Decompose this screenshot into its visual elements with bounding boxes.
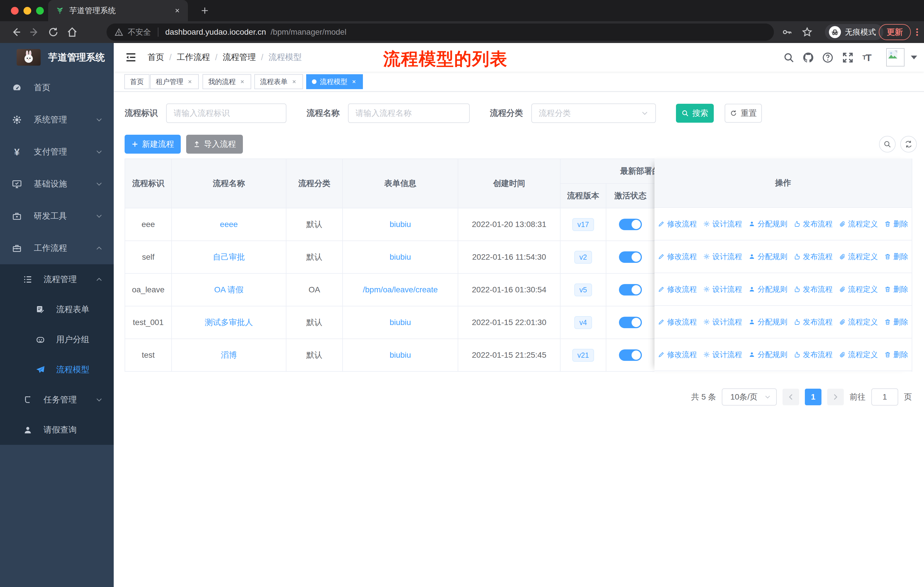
sidebar-item-infrastructure[interactable]: 基础设施 <box>0 168 114 200</box>
active-status-toggle[interactable] <box>619 349 642 361</box>
version-tag[interactable]: v4 <box>574 316 592 329</box>
category-select[interactable]: 流程分类 <box>531 104 656 123</box>
design-process-link[interactable]: 设计流程 <box>703 350 742 360</box>
process-definition-link[interactable]: 流程定义 <box>839 251 878 262</box>
form-info-link[interactable]: biubiu <box>389 253 411 262</box>
active-status-toggle[interactable] <box>619 251 642 263</box>
version-tag[interactable]: v21 <box>572 349 594 362</box>
window-minimize-button[interactable] <box>23 7 31 15</box>
version-tag[interactable]: v2 <box>574 251 592 264</box>
sidebar-item-process-form[interactable]: 流程表单 <box>0 294 114 324</box>
window-close-button[interactable] <box>11 7 19 15</box>
font-size-icon[interactable]: TT <box>860 51 873 64</box>
delete-link[interactable]: 删除 <box>884 350 908 360</box>
tag-close-icon[interactable] <box>351 79 357 85</box>
version-tag[interactable]: v5 <box>574 283 592 296</box>
sidebar-collapse-icon[interactable] <box>125 51 137 64</box>
design-process-link[interactable]: 设计流程 <box>703 219 742 229</box>
page-size-select[interactable]: 10条/页 <box>722 389 777 405</box>
form-info-link[interactable]: biubiu <box>389 351 411 360</box>
publish-process-link[interactable]: 发布流程 <box>794 350 833 360</box>
delete-link[interactable]: 删除 <box>884 219 908 229</box>
tag-close-icon[interactable] <box>187 79 193 85</box>
reset-button[interactable]: 重置 <box>724 104 762 123</box>
home-icon[interactable] <box>66 26 78 38</box>
tag-process-form[interactable]: 流程表单 <box>254 74 303 89</box>
sidebar-item-home[interactable]: 首页 <box>0 72 114 104</box>
tag-close-icon[interactable] <box>239 79 246 85</box>
show-search-toggle-button[interactable] <box>879 136 896 152</box>
window-zoom-button[interactable] <box>36 7 44 15</box>
tag-process-model[interactable]: 流程模型 <box>306 74 363 89</box>
active-status-toggle[interactable] <box>619 284 642 296</box>
process-name-link[interactable]: 测试多审批人 <box>205 317 253 328</box>
next-page-button[interactable] <box>827 389 844 405</box>
publish-process-link[interactable]: 发布流程 <box>794 284 833 294</box>
browser-menu-icon[interactable] <box>911 26 923 38</box>
process-definition-link[interactable]: 流程定义 <box>839 350 878 360</box>
breadcrumb-item[interactable]: 首页 <box>147 51 164 63</box>
create-process-button[interactable]: 新建流程 <box>125 135 181 154</box>
tag-home[interactable]: 首页 <box>124 74 150 89</box>
prev-page-button[interactable] <box>782 389 799 405</box>
process-definition-link[interactable]: 流程定义 <box>839 317 878 327</box>
avatar-caret-icon[interactable] <box>911 56 917 60</box>
sidebar-item-workflow[interactable]: 工作流程 <box>0 232 114 264</box>
back-icon[interactable] <box>10 26 22 38</box>
breadcrumb-item[interactable]: 工作流程 <box>177 51 210 63</box>
assign-rule-link[interactable]: 分配规则 <box>748 251 787 262</box>
sidebar-item-devtools[interactable]: 研发工具 <box>0 200 114 232</box>
design-process-link[interactable]: 设计流程 <box>703 251 742 262</box>
form-info-link[interactable]: biubiu <box>389 318 411 327</box>
update-button[interactable]: 更新 <box>879 24 911 40</box>
sidebar-item-payment[interactable]: ¥ 支付管理 <box>0 136 114 168</box>
search-icon[interactable] <box>782 51 795 64</box>
version-tag[interactable]: v17 <box>572 218 594 231</box>
assign-rule-link[interactable]: 分配规则 <box>748 284 787 294</box>
fullscreen-icon[interactable] <box>841 51 855 64</box>
avatar[interactable] <box>886 48 904 66</box>
breadcrumb-item[interactable]: 流程管理 <box>223 51 256 63</box>
tag-tenant[interactable]: 租户管理 <box>150 74 199 89</box>
publish-process-link[interactable]: 发布流程 <box>794 251 833 262</box>
tag-my-process[interactable]: 我的流程 <box>203 74 251 89</box>
sidebar-item-process-model[interactable]: 流程模型 <box>0 355 114 385</box>
edit-process-link[interactable]: 修改流程 <box>658 284 697 294</box>
assign-rule-link[interactable]: 分配规则 <box>748 317 787 327</box>
page-number-current[interactable]: 1 <box>805 389 822 405</box>
active-status-toggle[interactable] <box>619 219 642 230</box>
process-name-link[interactable]: 滔博 <box>221 350 237 360</box>
url-bar[interactable]: 不安全 dashboard.yudao.iocoder.cn/bpm/manag… <box>107 23 774 41</box>
process-id-input[interactable] <box>166 104 286 123</box>
search-button[interactable]: 搜索 <box>676 104 714 123</box>
tab-close-icon[interactable] <box>174 7 180 14</box>
bookmark-star-icon[interactable] <box>802 26 813 38</box>
help-icon[interactable] <box>821 51 834 64</box>
sidebar-item-task-mgmt[interactable]: 任务管理 <box>0 385 114 415</box>
goto-page-input[interactable] <box>871 389 898 405</box>
process-definition-link[interactable]: 流程定义 <box>839 219 878 229</box>
sidebar-item-user-group[interactable]: 用户分组 <box>0 324 114 355</box>
sidebar-item-leave-query[interactable]: 请假查询 <box>0 415 114 445</box>
forward-icon[interactable] <box>29 26 40 38</box>
delete-link[interactable]: 删除 <box>884 317 908 327</box>
edit-process-link[interactable]: 修改流程 <box>658 317 697 327</box>
delete-link[interactable]: 删除 <box>884 251 908 262</box>
process-name-link[interactable]: 自己审批 <box>213 251 245 263</box>
security-label[interactable]: 不安全 <box>128 27 151 37</box>
edit-process-link[interactable]: 修改流程 <box>658 219 697 229</box>
process-name-link[interactable]: eeee <box>220 220 238 229</box>
import-process-button[interactable]: 导入流程 <box>186 135 243 154</box>
github-icon[interactable] <box>802 51 815 64</box>
publish-process-link[interactable]: 发布流程 <box>794 219 833 229</box>
process-name-link[interactable]: OA 请假 <box>214 284 244 295</box>
key-icon[interactable] <box>781 26 793 38</box>
reload-icon[interactable] <box>48 26 59 38</box>
edit-process-link[interactable]: 修改流程 <box>658 251 697 262</box>
logo-row[interactable]: 芋道管理系统 <box>0 43 114 72</box>
sidebar-item-process-mgmt[interactable]: 流程管理 <box>0 264 114 294</box>
refresh-table-button[interactable] <box>900 136 917 152</box>
assign-rule-link[interactable]: 分配规则 <box>748 350 787 360</box>
form-info-link[interactable]: /bpm/oa/leave/create <box>363 285 438 294</box>
delete-link[interactable]: 删除 <box>884 284 908 294</box>
